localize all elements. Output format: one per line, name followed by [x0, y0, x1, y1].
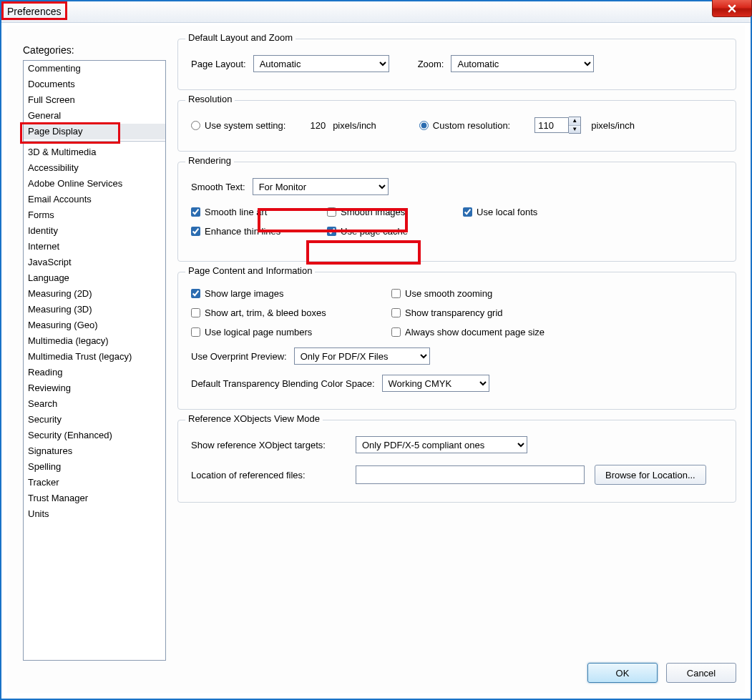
- category-item[interactable]: Units: [24, 506, 165, 522]
- use-system-radio[interactable]: Use system setting:: [191, 120, 285, 131]
- group-page-content: Page Content and Information Show large …: [177, 272, 736, 410]
- category-item[interactable]: Measuring (3D): [24, 302, 165, 317]
- page-layout-label: Page Layout:: [191, 59, 246, 69]
- close-icon: [728, 4, 736, 13]
- custom-resolution-radio-input[interactable]: [419, 121, 429, 130]
- custom-unit: pixels/inch: [591, 120, 635, 131]
- category-item[interactable]: JavaScript: [24, 255, 165, 270]
- overprint-label: Use Overprint Preview:: [191, 351, 287, 362]
- group-title: Rendering: [185, 155, 234, 166]
- category-item[interactable]: Adobe Online Services: [24, 176, 165, 192]
- cancel-button[interactable]: Cancel: [666, 663, 736, 683]
- location-label: Location of referenced files:: [191, 470, 348, 480]
- category-item[interactable]: Tracker: [24, 475, 165, 491]
- smooth-images-checkbox[interactable]: Smooth images: [327, 207, 441, 217]
- category-item[interactable]: Page Display: [24, 124, 165, 139]
- enhance-thin-lines-checkbox[interactable]: Enhance thin lines: [191, 226, 306, 237]
- page-layout-select[interactable]: Automatic: [253, 55, 389, 72]
- group-title: Default Layout and Zoom: [185, 32, 296, 43]
- spinner-up-icon[interactable]: ▲: [569, 117, 580, 125]
- group-resolution: Resolution Use system setting: 120 pixel…: [177, 100, 736, 152]
- window-title: Preferences: [7, 6, 61, 17]
- category-divider: [24, 141, 165, 142]
- use-smooth-zooming-checkbox[interactable]: Use smooth zooming: [391, 288, 492, 299]
- use-page-cache-checkbox[interactable]: Use page cache: [327, 226, 408, 237]
- category-item[interactable]: Spelling: [24, 459, 165, 475]
- category-item[interactable]: Language: [24, 270, 165, 286]
- always-show-doc-page-size-checkbox[interactable]: Always show document page size: [391, 327, 545, 337]
- custom-resolution-label: Custom resolution:: [433, 120, 510, 131]
- category-item[interactable]: Full Screen: [24, 92, 165, 108]
- category-item[interactable]: Multimedia (legacy): [24, 333, 165, 349]
- use-logical-page-numbers-checkbox[interactable]: Use logical page numbers: [191, 327, 370, 337]
- resolution-spinner[interactable]: ▲ ▼: [569, 117, 581, 134]
- category-item[interactable]: Reading: [24, 365, 165, 380]
- category-item[interactable]: Reviewing: [24, 380, 165, 396]
- blend-select[interactable]: Working CMYK: [382, 375, 489, 392]
- category-item[interactable]: Forms: [24, 207, 165, 223]
- blend-label: Default Transparency Blending Color Spac…: [191, 378, 375, 389]
- system-unit: pixels/inch: [333, 120, 376, 131]
- use-system-radio-input[interactable]: [191, 121, 200, 130]
- smooth-text-label: Smooth Text:: [191, 182, 245, 192]
- category-item[interactable]: Commenting: [24, 61, 165, 77]
- system-value: 120: [310, 120, 326, 131]
- category-item[interactable]: Multimedia Trust (legacy): [24, 349, 165, 365]
- dialog-footer: OK Cancel: [587, 663, 736, 683]
- category-item[interactable]: Search: [24, 396, 165, 412]
- category-item[interactable]: Measuring (2D): [24, 286, 165, 302]
- smooth-text-select[interactable]: For Monitor: [253, 178, 389, 195]
- zoom-label: Zoom:: [418, 59, 444, 69]
- category-item[interactable]: Accessibility: [24, 160, 165, 176]
- show-transparency-grid-checkbox[interactable]: Show transparency grid: [391, 307, 503, 318]
- group-title: Page Content and Information: [185, 265, 315, 276]
- custom-resolution-radio[interactable]: Custom resolution:: [419, 120, 510, 131]
- titlebar: Preferences: [1, 1, 751, 23]
- close-button[interactable]: [712, 0, 752, 17]
- category-item[interactable]: General: [24, 108, 165, 124]
- category-list[interactable]: CommentingDocumentsFull ScreenGeneralPag…: [23, 60, 166, 661]
- category-item[interactable]: Identity: [24, 223, 165, 239]
- category-item[interactable]: Internet: [24, 239, 165, 255]
- use-system-label: Use system setting:: [205, 120, 285, 131]
- group-title: Resolution: [185, 94, 235, 104]
- show-large-images-checkbox[interactable]: Show large images: [191, 288, 370, 299]
- show-ref-select[interactable]: Only PDF/X-5 compliant ones: [356, 436, 527, 453]
- category-item[interactable]: Trust Manager: [24, 491, 165, 506]
- spinner-down-icon[interactable]: ▼: [569, 125, 580, 133]
- group-layout-zoom: Default Layout and Zoom Page Layout: Aut…: [177, 39, 736, 90]
- smooth-line-art-checkbox[interactable]: Smooth line art: [191, 207, 306, 217]
- custom-resolution-input[interactable]: [534, 117, 569, 133]
- category-item[interactable]: Security: [24, 412, 165, 428]
- show-art-trim-bleed-checkbox[interactable]: Show art, trim, & bleed boxes: [191, 307, 370, 318]
- category-item[interactable]: Documents: [24, 77, 165, 92]
- group-xobjects: Reference XObjects View Mode Show refere…: [177, 420, 736, 503]
- category-item[interactable]: 3D & Multimedia: [24, 144, 165, 160]
- category-item[interactable]: Measuring (Geo): [24, 317, 165, 333]
- ok-button[interactable]: OK: [587, 663, 658, 683]
- category-item[interactable]: Signatures: [24, 443, 165, 459]
- show-ref-label: Show reference XObject targets:: [191, 440, 348, 450]
- category-item[interactable]: Security (Enhanced): [24, 428, 165, 443]
- use-local-fonts-checkbox[interactable]: Use local fonts: [463, 207, 537, 217]
- overprint-select[interactable]: Only For PDF/X Files: [294, 347, 430, 365]
- dialog-content: Categories: CommentingDocumentsFull Scre…: [7, 26, 745, 693]
- group-title: Reference XObjects View Mode: [185, 413, 323, 424]
- categories-label: Categories:: [23, 44, 74, 56]
- group-rendering: Rendering Smooth Text: For Monitor Smoot…: [177, 162, 736, 262]
- settings-panel: Default Layout and Zoom Page Layout: Aut…: [177, 39, 736, 513]
- zoom-select[interactable]: Automatic: [451, 55, 594, 72]
- category-item[interactable]: Email Accounts: [24, 192, 165, 207]
- location-input[interactable]: [356, 465, 585, 484]
- browse-location-button[interactable]: Browse for Location...: [595, 465, 706, 485]
